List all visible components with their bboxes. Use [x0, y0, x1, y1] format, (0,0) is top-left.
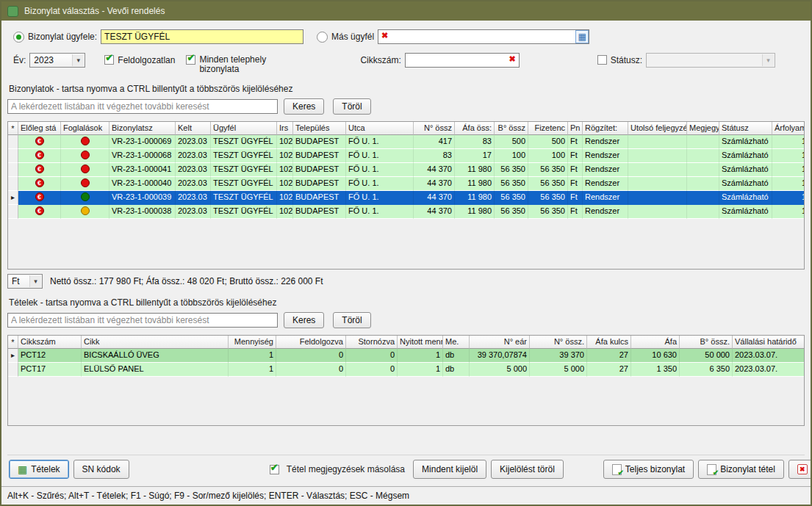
column-header[interactable]: Utca: [346, 122, 414, 135]
document-row[interactable]: €VR-23-1-0000402023.03TESZT ÜGYFÉL102BUD…: [8, 177, 804, 191]
totals-text: Nettó össz.: 177 980 Ft; Áfa össz.: 48 0…: [50, 276, 323, 286]
column-header[interactable]: Bizonylatsz: [109, 122, 176, 135]
prepayment-status-icon: €: [35, 137, 44, 145]
cell: Ft: [568, 191, 583, 205]
check-icon: ✔: [105, 53, 113, 62]
column-header[interactable]: B° össz.: [680, 336, 733, 349]
documents-search-button-label: Keres: [292, 101, 315, 112]
column-header[interactable]: Rögzítet:: [583, 122, 628, 135]
column-header[interactable]: Mennyiség: [229, 336, 276, 349]
column-header[interactable]: *: [8, 122, 18, 135]
column-header[interactable]: Pn: [568, 122, 583, 135]
cell: Ft: [568, 149, 583, 163]
status-checkbox[interactable]: [597, 55, 607, 65]
item-code-input[interactable]: [405, 53, 520, 68]
cell: 56 350: [528, 177, 568, 191]
column-header[interactable]: B° össz: [495, 122, 528, 135]
clear-x-icon[interactable]: ✖: [509, 55, 516, 63]
cell: 0: [276, 349, 346, 363]
column-header[interactable]: Feldolgozva: [276, 336, 346, 349]
column-header[interactable]: Fizetenc: [528, 122, 568, 135]
hotkeys-text: Alt+K - Szűrés; Alt+T - Tételek; F1 - Sú…: [7, 491, 409, 501]
year-select[interactable]: 2023 ▾: [29, 53, 85, 68]
cell: db: [443, 363, 470, 377]
client-input[interactable]: [101, 29, 303, 44]
document-row[interactable]: €VR-23-1-0000682023.03TESZT ÜGYFÉL102BUD…: [8, 149, 804, 163]
copy-notes-checkbox[interactable]: ✔: [270, 465, 279, 474]
items-table[interactable]: *CikkszámCikkMennyiségFeldolgozvaStornóz…: [7, 335, 805, 426]
currency-select[interactable]: Ft ▾: [7, 274, 43, 289]
clear-x-icon[interactable]: ✖: [381, 32, 388, 40]
lookup-button[interactable]: ▦: [575, 30, 589, 43]
column-header[interactable]: Megjegy: [687, 122, 719, 135]
column-header[interactable]: Áfa öss:: [455, 122, 495, 135]
items-clear-button[interactable]: Töröl: [333, 312, 370, 328]
documents-table[interactable]: *Előleg stáFoglalásokBizonylatszKeltÜgyf…: [7, 121, 805, 270]
cell: [687, 149, 719, 163]
item-row[interactable]: PCT17ELÜLSŐ PANEL1001db5 0005 000271 350…: [8, 363, 804, 377]
all-sites-checkbox[interactable]: ✔: [186, 55, 195, 65]
table-grid-icon: ▦: [18, 464, 27, 474]
cell: 2023.03.07.: [733, 363, 805, 377]
other-client-input[interactable]: [378, 29, 589, 44]
cell: TESZT ÜGYFÉL: [211, 135, 277, 149]
sn-codes-button[interactable]: SN kódok: [73, 460, 129, 479]
items-search-button[interactable]: Keres: [284, 312, 324, 328]
window-titlebar[interactable]: Bizonylat választás - Vevői rendelés: [1, 1, 811, 21]
items-search-input[interactable]: [7, 313, 278, 328]
cell: 5 000: [530, 363, 587, 377]
column-header[interactable]: Előleg stá: [18, 122, 61, 135]
column-header[interactable]: Áfa kulcs: [587, 336, 631, 349]
document-row[interactable]: €VR-23-1-0000692023.03TESZT ÜGYFÉL102BUD…: [8, 135, 804, 149]
column-header[interactable]: Árfolyam: [772, 122, 805, 135]
full-document-button-label: Teljes bizonylat: [625, 464, 685, 474]
documents-clear-button[interactable]: Töröl: [333, 98, 370, 115]
column-header[interactable]: Cikkszám: [18, 336, 82, 349]
document-row[interactable]: €VR-23-1-0000382023.03TESZT ÜGYFÉL102BUD…: [8, 205, 804, 219]
cell: [61, 135, 109, 149]
item-row[interactable]: ▸PCT12BICSKAÁLLÓ ÜVEG1001db39 370,078743…: [8, 349, 804, 363]
cell: Ft: [568, 163, 583, 177]
other-client-radio[interactable]: [317, 32, 328, 43]
cell: Rendszer: [583, 149, 628, 163]
column-header[interactable]: Irs: [277, 122, 293, 135]
column-header[interactable]: N° eár: [470, 336, 530, 349]
cell: 44 370: [414, 191, 455, 205]
full-document-button[interactable]: ✔ Teljes bizonylat: [603, 460, 694, 479]
column-header[interactable]: Áfa: [631, 336, 680, 349]
column-header[interactable]: Me.: [443, 336, 470, 349]
documents-search-input[interactable]: [7, 99, 278, 114]
column-header[interactable]: Stornózva: [346, 336, 398, 349]
unprocessed-checkbox[interactable]: ✔: [104, 55, 114, 65]
tetelek-button[interactable]: ▦ Tételek: [9, 460, 69, 479]
column-header[interactable]: Ügyfél: [211, 122, 277, 135]
cell: [61, 177, 109, 191]
status-select[interactable]: ▾: [646, 53, 775, 68]
client-radio[interactable]: [13, 32, 24, 43]
column-header[interactable]: Kelt: [176, 122, 211, 135]
column-header[interactable]: Nyitott menn: [398, 336, 443, 349]
document-item-button[interactable]: ✔ Bizonylat tétel: [698, 460, 784, 479]
client-label: Bizonylat ügyfele:: [28, 32, 97, 42]
items-search-button-label: Keres: [292, 315, 315, 325]
column-header[interactable]: Cikk: [82, 336, 229, 349]
select-all-button[interactable]: Mindent kijelöl: [413, 460, 486, 479]
column-header[interactable]: Település: [293, 122, 346, 135]
column-header[interactable]: *: [8, 336, 18, 349]
column-header[interactable]: Státusz: [719, 122, 772, 135]
documents-search-button[interactable]: Keres: [284, 98, 324, 115]
column-header[interactable]: N° össz: [414, 122, 455, 135]
check-icon: ✔: [187, 53, 195, 62]
document-row[interactable]: €VR-23-1-0000412023.03TESZT ÜGYFÉL102BUD…: [8, 163, 804, 177]
cell: Számlázható: [719, 149, 772, 163]
clear-selection-button[interactable]: Kijelölést töröl: [491, 460, 564, 479]
column-header[interactable]: N° össz.: [530, 336, 587, 349]
column-header[interactable]: Vállalási határidő: [733, 336, 805, 349]
cancel-button[interactable]: ✖ Mégsem: [788, 460, 811, 479]
column-header[interactable]: Utolsó feljegyzé: [628, 122, 687, 135]
cell: Ft: [568, 205, 583, 219]
column-header[interactable]: Foglalások: [61, 122, 109, 135]
document-row[interactable]: ▸€VR-23-1-0000392023.03TESZT ÜGYFÉL102BU…: [8, 191, 804, 205]
cell: €: [18, 205, 61, 219]
cell: 56 350: [495, 177, 528, 191]
